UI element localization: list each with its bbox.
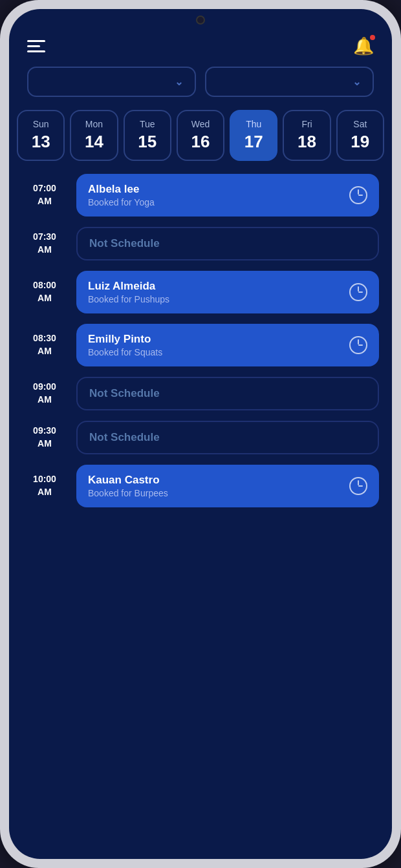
notification-button[interactable]: 🔔	[353, 36, 374, 56]
slot-name: Not Schedule	[89, 387, 160, 400]
day-item-thu[interactable]: Thu17	[230, 110, 277, 161]
phone-screen: 🔔 ⌄ ⌄ Sun13Mon14Tue15Wed16Thu17Fri18Sat1…	[9, 9, 392, 859]
day-number: 19	[351, 132, 369, 152]
clock-icon	[349, 336, 367, 354]
phone-frame: 🔔 ⌄ ⌄ Sun13Mon14Tue15Wed16Thu17Fri18Sat1…	[0, 0, 401, 868]
day-name: Wed	[191, 119, 210, 129]
booked-slot-card[interactable]: Kauan CastroBooked for Burpees	[76, 465, 379, 507]
time-slot: 09:00 AMNot Schedule	[22, 377, 379, 410]
slot-name: Albela lee	[88, 183, 155, 196]
slot-subtitle: Booked for Pushups	[88, 294, 169, 304]
slot-info: Kauan CastroBooked for Burpees	[88, 474, 168, 498]
status-bar	[9, 9, 392, 28]
slot-name: Luiz Almeida	[88, 280, 169, 293]
day-name: Sat	[353, 119, 367, 129]
slot-name: Not Schedule	[89, 431, 160, 444]
menu-button[interactable]	[27, 40, 45, 52]
time-slot: 07:00 AMAlbela leeBooked for Yoga	[22, 174, 379, 217]
day-item-sun[interactable]: Sun13	[17, 110, 65, 161]
slot-info: Emilly PintoBooked for Squats	[88, 333, 162, 357]
time-label: 08:30 AM	[22, 332, 67, 357]
clock-icon	[349, 186, 367, 204]
booked-slot-card[interactable]: Emilly PintoBooked for Squats	[76, 324, 379, 366]
slot-info: Luiz AlmeidaBooked for Pushups	[88, 280, 169, 304]
year-chevron-icon: ⌄	[352, 76, 361, 88]
month-year-row: ⌄ ⌄	[9, 67, 392, 110]
slot-info: Albela leeBooked for Yoga	[88, 183, 155, 207]
day-number: 18	[298, 132, 316, 152]
day-name: Mon	[85, 119, 103, 129]
time-label: 09:00 AM	[22, 381, 67, 406]
calendar-strip: Sun13Mon14Tue15Wed16Thu17Fri18Sat19	[9, 110, 392, 174]
slot-info: Not Schedule	[89, 237, 160, 250]
month-chevron-icon: ⌄	[175, 76, 183, 88]
day-number: 15	[138, 132, 157, 152]
slot-subtitle: Booked for Yoga	[88, 197, 155, 207]
day-item-fri[interactable]: Fri18	[283, 110, 331, 161]
empty-slot-card[interactable]: Not Schedule	[76, 421, 379, 454]
clock-icon	[349, 283, 367, 301]
camera	[196, 16, 205, 25]
time-label: 07:00 AM	[22, 182, 67, 207]
empty-slot-card[interactable]: Not Schedule	[76, 377, 379, 410]
day-item-mon[interactable]: Mon14	[70, 110, 118, 161]
time-slot: 10:00 AMKauan CastroBooked for Burpees	[22, 465, 379, 507]
day-item-wed[interactable]: Wed16	[177, 110, 224, 161]
slot-info: Not Schedule	[89, 431, 160, 444]
time-label: 09:30 AM	[22, 425, 67, 450]
time-label: 10:00 AM	[22, 473, 67, 498]
time-slot: 08:30 AMEmilly PintoBooked for Squats	[22, 324, 379, 366]
app-content: 🔔 ⌄ ⌄ Sun13Mon14Tue15Wed16Thu17Fri18Sat1…	[9, 28, 392, 859]
day-name: Tue	[140, 119, 155, 129]
time-slot: 07:30 AMNot Schedule	[22, 227, 379, 260]
time-label: 07:30 AM	[22, 231, 67, 256]
day-number: 16	[191, 132, 210, 152]
day-number: 17	[244, 132, 263, 152]
slot-info: Not Schedule	[89, 387, 160, 400]
notification-badge	[369, 34, 376, 41]
day-name: Thu	[246, 119, 261, 129]
clock-icon	[349, 477, 367, 495]
month-dropdown[interactable]: ⌄	[27, 67, 196, 97]
booked-slot-card[interactable]: Albela leeBooked for Yoga	[76, 174, 379, 217]
empty-slot-card[interactable]: Not Schedule	[76, 227, 379, 260]
time-slot: 08:00 AMLuiz AlmeidaBooked for Pushups	[22, 271, 379, 313]
day-name: Fri	[301, 119, 312, 129]
header: 🔔	[9, 28, 392, 67]
slot-subtitle: Booked for Burpees	[88, 488, 168, 498]
time-slot: 09:30 AMNot Schedule	[22, 421, 379, 454]
booked-slot-card[interactable]: Luiz AlmeidaBooked for Pushups	[76, 271, 379, 313]
day-name: Sun	[33, 119, 49, 129]
day-item-sat[interactable]: Sat19	[336, 110, 384, 161]
day-number: 14	[85, 132, 103, 152]
year-dropdown[interactable]: ⌄	[205, 67, 374, 97]
slot-name: Emilly Pinto	[88, 333, 162, 346]
slot-subtitle: Booked for Squats	[88, 347, 162, 357]
schedule-list: 07:00 AMAlbela leeBooked for Yoga07:30 A…	[9, 174, 392, 859]
day-number: 13	[32, 132, 50, 152]
slot-name: Kauan Castro	[88, 474, 168, 487]
day-item-tue[interactable]: Tue15	[124, 110, 171, 161]
time-label: 08:00 AM	[22, 279, 67, 304]
slot-name: Not Schedule	[89, 237, 160, 250]
